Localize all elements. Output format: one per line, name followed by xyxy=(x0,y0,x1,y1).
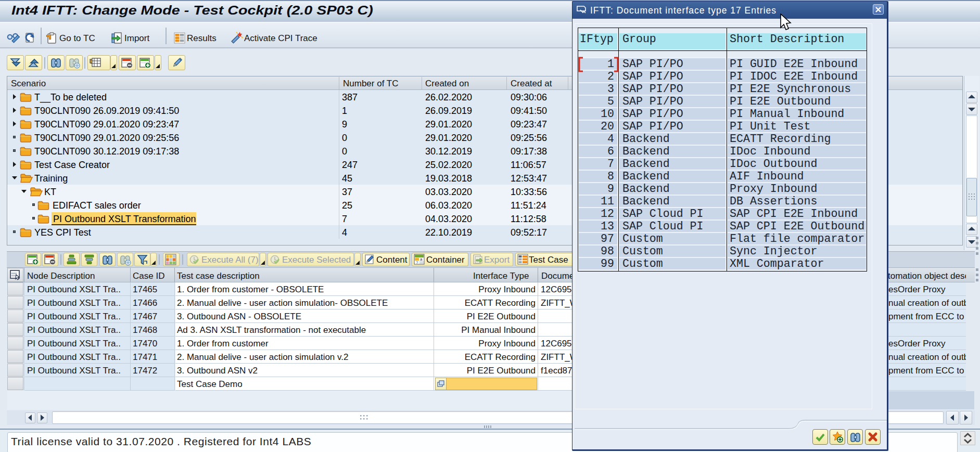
svg-text:a: a xyxy=(420,257,423,262)
svg-text:?: ? xyxy=(416,260,418,265)
